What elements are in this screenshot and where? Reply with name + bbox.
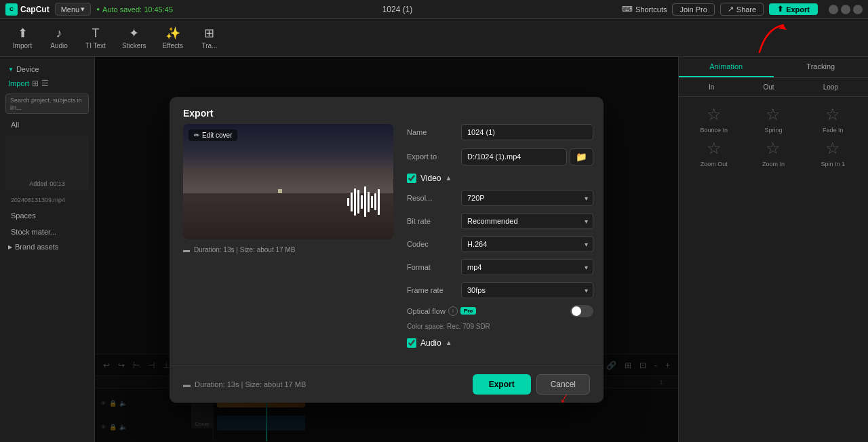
audio-checkbox[interactable] [407, 338, 416, 348]
sidebar-item-all[interactable]: All [3, 117, 92, 132]
minimize-button[interactable] [829, 5, 838, 14]
framerate-row: Frame rate 30fps 24fps 60fps [407, 282, 593, 298]
framerate-select[interactable]: 30fps 24fps 60fps [461, 282, 593, 298]
format-select[interactable]: mp4 mov webm [461, 259, 593, 275]
out-label[interactable]: Out [763, 83, 774, 91]
export-path-input[interactable] [461, 148, 567, 165]
device-chevron-icon: ▼ [8, 66, 14, 73]
name-label: Name [407, 128, 461, 136]
bitrate-select[interactable]: Recommended High Low [461, 213, 593, 229]
device-label: Device [16, 65, 39, 73]
cancel-button[interactable]: Cancel [536, 374, 590, 395]
folder-browse-button[interactable]: 📁 [570, 148, 593, 165]
effect-bounce-in[interactable]: ☆ Bounce In [687, 105, 741, 134]
pro-badge: Pro [460, 307, 476, 315]
optical-info-icon[interactable]: i [448, 306, 458, 316]
audio-section-label: Audio [420, 338, 441, 348]
spin-in-label: Spin In 1 [821, 161, 845, 167]
optical-flow-row: Optical flow i Pro [407, 305, 593, 317]
resolution-select[interactable]: 720P 1080P 480P 4K [461, 190, 593, 206]
modal-preview-panel: ✏ Edit cover ▬ Duration: 13s | Size: abo… [183, 124, 393, 355]
toggle-knob [572, 306, 581, 316]
preview-sky [183, 124, 393, 239]
sidebar-item-spaces[interactable]: Spaces [3, 208, 92, 223]
topbar: C CapCut Menu ▾ Auto saved: 10:45:45 102… [0, 0, 868, 19]
brand-assets-label: Brand assets [15, 243, 58, 251]
sidebar-device-section[interactable]: ▼ Device [0, 62, 94, 76]
in-label[interactable]: In [709, 83, 714, 91]
optical-flow-toggle[interactable] [570, 305, 593, 317]
topbar-right: ⌨ Shortcuts Join Pro ↗ Share ⬆ Export [622, 3, 863, 16]
modal-overlay: Export [95, 57, 678, 442]
optical-flow-label: Optical flow i Pro [407, 306, 570, 316]
codec-select-wrapper: H.264 H.265 VP9 [461, 236, 593, 252]
track-label: Tra... [201, 42, 217, 49]
video-collapse-icon[interactable]: ▲ [445, 174, 452, 182]
share-button[interactable]: ↗ Share [720, 3, 764, 16]
content-area: Export [95, 57, 678, 442]
menu-button[interactable]: Menu ▾ [55, 3, 92, 16]
export-topbar-button[interactable]: ⬆ Export [769, 3, 818, 15]
stickers-icon: ✦ [129, 26, 139, 41]
loop-label[interactable]: Loop [823, 83, 838, 91]
toolbar-text[interactable]: T TI Text [79, 24, 113, 52]
video-checkbox[interactable] [407, 174, 416, 183]
format-row: Format mp4 mov webm [407, 259, 593, 275]
audio-icon: ♪ [56, 26, 62, 41]
stickers-label: Stickers [122, 42, 146, 49]
video-section-header: Video ▲ [407, 174, 593, 183]
tab-tracking[interactable]: Tracking [774, 57, 869, 77]
export-button[interactable]: Export [473, 374, 531, 395]
zoom-out-icon: ☆ [707, 139, 722, 158]
media-thumbnail-area: Added 00:13 [5, 136, 89, 190]
toolbar-effects[interactable]: ✨ Effects [156, 23, 190, 52]
effect-fade-in[interactable]: ☆ Fade In [806, 105, 860, 134]
maximize-button[interactable] [841, 5, 850, 14]
main-layout: ▼ Device Import ⊞ ☰ Search project, subj… [0, 57, 868, 442]
effect-zoom-in[interactable]: ☆ Zoom In [747, 139, 801, 167]
waveform-bar [364, 186, 366, 217]
waveform-bar [361, 195, 363, 209]
bounce-in-label: Bounce In [701, 127, 728, 134]
name-input[interactable] [461, 124, 593, 140]
resolution-select-wrapper: 720P 1080P 480P 4K [461, 190, 593, 206]
sidebar-brand-assets[interactable]: ▶ Brand assets [0, 240, 94, 254]
close-button[interactable] [853, 5, 863, 14]
effect-spin-in[interactable]: ☆ Spin In 1 [806, 139, 860, 167]
film-icon: ▬ [183, 246, 190, 254]
sidebar-item-filename: 202406131309.mp4 [3, 193, 92, 207]
duration-badge: 00:13 [50, 180, 65, 187]
animation-in-out-row: In Out Loop [679, 78, 868, 97]
added-badge: Added [29, 180, 47, 187]
join-pro-button[interactable]: Join Pro [672, 3, 714, 16]
effect-spring[interactable]: ☆ Spring [747, 105, 801, 134]
audio-section-header: Audio ▲ [407, 338, 593, 348]
import-icon: ⬆ [18, 26, 28, 41]
toolbar-audio[interactable]: ♪ Audio [42, 24, 76, 52]
toolbar-track[interactable]: ⊞ Tra... [193, 23, 226, 52]
tab-animation[interactable]: Animation [679, 57, 774, 77]
codec-select[interactable]: H.264 H.265 VP9 [461, 236, 593, 252]
import-row: Import ⊞ ☰ [0, 76, 94, 91]
name-row: Name [407, 124, 593, 140]
waveform-bar [347, 198, 349, 206]
waveform-bar [371, 196, 373, 208]
toolbar-stickers[interactable]: ✦ Stickers [115, 23, 153, 52]
bitrate-label: Bit rate [407, 217, 461, 225]
sidebar-item-stock[interactable]: Stock mater... [3, 224, 92, 239]
import-section-label[interactable]: Import [8, 79, 29, 87]
format-label: Format [407, 263, 461, 271]
list-view-button[interactable]: ☰ [41, 79, 49, 88]
edit-cover-button[interactable]: ✏ Edit cover [189, 129, 237, 141]
audio-collapse-icon[interactable]: ▲ [446, 339, 452, 346]
effect-zoom-out[interactable]: ☆ Zoom Out [687, 139, 741, 167]
shortcuts-button[interactable]: ⌨ Shortcuts [622, 5, 667, 14]
toolbar-import[interactable]: ⬆ Import [5, 23, 39, 52]
codec-row: Codec H.264 H.265 VP9 [407, 236, 593, 252]
grid-view-button[interactable]: ⊞ [32, 79, 39, 88]
waveform-bar [368, 192, 370, 212]
audio-section: Audio ▲ [407, 338, 593, 348]
resolution-row: Resol... 720P 1080P 480P 4K [407, 190, 593, 206]
app-logo: C CapCut [5, 3, 50, 16]
scene-element [278, 189, 282, 193]
